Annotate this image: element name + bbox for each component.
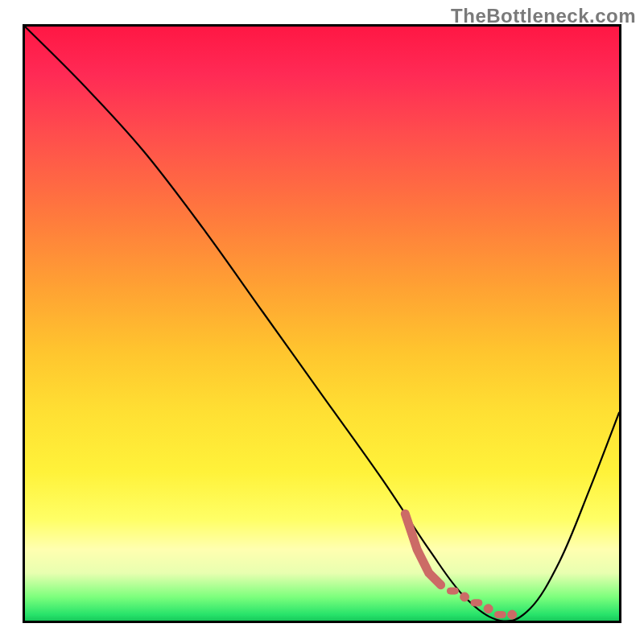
highlight-dot <box>484 605 493 613</box>
highlight-dot <box>508 610 517 619</box>
highlight-dash <box>471 600 482 606</box>
highlight-dash <box>494 612 506 618</box>
chart-stage: TheBottleneck.com <box>0 0 644 644</box>
highlight-l-stroke <box>405 514 440 585</box>
curve-layer <box>25 27 619 621</box>
highlight-dots-group <box>405 514 516 619</box>
highlight-dash <box>447 588 458 594</box>
bottleneck-curve <box>25 27 619 621</box>
plot-area <box>23 24 621 623</box>
highlight-dot <box>460 592 469 601</box>
